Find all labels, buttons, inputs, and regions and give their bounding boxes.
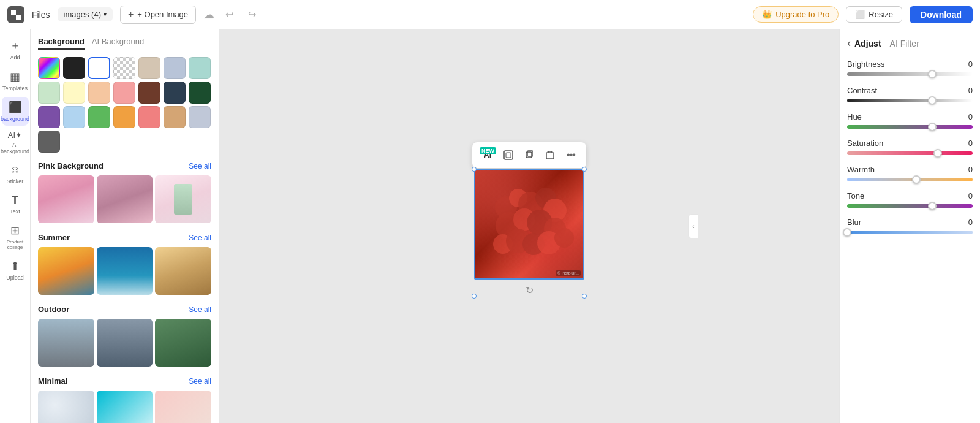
upgrade-button[interactable]: 👑 Upgrade to Pro <box>753 6 839 23</box>
resize-handle-tl[interactable] <box>472 167 477 172</box>
slider-label-tone: Tone <box>847 191 864 200</box>
minimal-thumb-2[interactable] <box>97 391 153 423</box>
sidebar-item-templates[interactable]: ▦ Templates <box>2 66 29 96</box>
resize-icon: ⬜ <box>855 10 865 19</box>
summer-thumb-2[interactable] <box>97 247 153 295</box>
pink-thumb-1[interactable] <box>38 175 94 223</box>
color-swatch-grayblue[interactable] <box>189 106 211 128</box>
color-swatch-salmon[interactable] <box>138 106 160 128</box>
summer-thumb-1[interactable] <box>38 247 94 295</box>
back-button[interactable]: ‹ <box>847 37 851 50</box>
color-swatch-tan[interactable] <box>138 57 160 79</box>
slider-thumb-saturation[interactable] <box>933 149 942 158</box>
canvas-toolbar: AI NEW ••• <box>472 142 586 168</box>
files-label[interactable]: Files <box>32 10 50 20</box>
outdoor-see-all[interactable]: See all <box>189 305 211 314</box>
sidebar-item-text[interactable]: T Text <box>2 190 29 219</box>
color-swatch-rainbow[interactable] <box>38 57 60 79</box>
tab-ai-background[interactable]: AI Background <box>92 37 144 50</box>
ai-tool-button[interactable]: AI NEW <box>478 146 497 164</box>
resize-handle-br[interactable] <box>582 294 587 299</box>
outdoor-thumb-2[interactable] <box>97 319 153 367</box>
summer-see-all[interactable]: See all <box>189 234 211 242</box>
tab-background[interactable]: Background <box>38 37 85 50</box>
color-swatch-gray[interactable] <box>38 131 60 153</box>
color-swatch-lightblue[interactable] <box>63 106 85 128</box>
effects-button[interactable] <box>499 146 518 164</box>
summer-thumb-3[interactable] <box>155 247 211 295</box>
svg-rect-2 <box>504 151 513 159</box>
pink-bg-see-all[interactable]: See all <box>189 162 211 170</box>
slider-track-brightness[interactable] <box>847 72 973 76</box>
undo-button[interactable]: ↩ <box>222 6 237 23</box>
tab-adjust[interactable]: Adjust <box>854 39 881 48</box>
slider-track-contrast[interactable] <box>847 99 973 102</box>
slider-value-brightness: 0 <box>968 59 973 69</box>
sidebar-item-sticker[interactable]: ☺ Sticker <box>2 160 29 189</box>
delete-button[interactable] <box>541 146 559 164</box>
slider-thumb-tone[interactable] <box>928 202 937 210</box>
slider-track-hue[interactable] <box>847 125 973 129</box>
color-swatch-purple[interactable] <box>38 106 60 128</box>
color-swatch-transparent[interactable] <box>113 57 135 79</box>
color-swatch-lightpink[interactable] <box>113 82 135 104</box>
resize-handle-tr[interactable] <box>582 167 587 172</box>
color-swatch-brown[interactable] <box>138 82 160 104</box>
color-swatch-orange[interactable] <box>113 106 135 128</box>
minimal-see-all[interactable]: See all <box>189 377 211 386</box>
collapse-right-panel-button[interactable]: ‹ <box>688 214 698 238</box>
pink-thumb-3[interactable] <box>155 175 211 223</box>
minimal-thumb-3[interactable] <box>155 391 211 423</box>
sidebar-text-label: Text <box>10 208 20 215</box>
slider-track-blur[interactable] <box>847 231 973 234</box>
slider-track-warmth[interactable] <box>847 178 973 181</box>
sidebar-item-background[interactable]: ⬛ background <box>2 97 29 126</box>
duplicate-button[interactable] <box>520 146 538 164</box>
resize-handle-bl[interactable] <box>472 294 477 299</box>
slider-thumb-hue[interactable] <box>928 123 937 131</box>
canvas-area[interactable]: AI NEW ••• <box>219 29 839 423</box>
color-swatch-white[interactable] <box>88 57 110 79</box>
plus-icon: + <box>128 9 134 20</box>
slider-thumb-warmth[interactable] <box>912 175 921 184</box>
tab-ai-filter[interactable]: AI Filter <box>890 39 919 48</box>
color-swatch-darkgreen[interactable] <box>189 82 211 104</box>
color-swatch-lightyellow[interactable] <box>63 82 85 104</box>
color-swatch-peach[interactable] <box>88 82 110 104</box>
collage-icon: ⊞ <box>10 224 20 237</box>
images-tab[interactable]: images (4) ▾ <box>58 7 113 21</box>
slider-thumb-blur[interactable] <box>843 228 851 237</box>
outdoor-thumb-3[interactable] <box>155 319 211 367</box>
pink-thumb-2[interactable] <box>97 175 153 223</box>
slider-value-tone: 0 <box>968 191 973 200</box>
color-swatch-black[interactable] <box>63 57 85 79</box>
open-image-button[interactable]: + + Open Image <box>120 6 196 24</box>
slider-track-saturation[interactable] <box>847 151 973 155</box>
cloud-icon[interactable]: ☁ <box>203 8 214 21</box>
sidebar-item-ai-background[interactable]: AI✦ AI background <box>2 127 29 159</box>
slider-thumb-contrast[interactable] <box>928 96 937 105</box>
color-swatch-green[interactable] <box>88 106 110 128</box>
slider-thumb-brightness[interactable] <box>928 70 937 78</box>
color-swatch-darkblue[interactable] <box>164 82 186 104</box>
color-swatch-bluegray[interactable] <box>164 57 186 79</box>
sidebar-item-product-collage[interactable]: ⊞ Product collage <box>2 220 29 254</box>
resize-button[interactable]: ⬜ Resize <box>846 6 902 23</box>
rotate-handle[interactable]: ↻ <box>474 284 584 296</box>
slider-track-tone[interactable] <box>847 204 973 208</box>
slider-value-warmth: 0 <box>968 165 973 174</box>
redo-button[interactable]: ↪ <box>244 6 260 23</box>
color-swatch-lightgreen[interactable] <box>38 82 60 104</box>
sidebar-item-add[interactable]: ＋ Add <box>2 34 29 65</box>
color-swatch-teal[interactable] <box>189 57 211 79</box>
canvas-image[interactable]: © instblur... <box>474 169 584 280</box>
slider-label-saturation: Saturation <box>847 139 883 148</box>
minimal-thumb-1[interactable] <box>38 391 94 423</box>
outdoor-thumb-1[interactable] <box>38 319 94 367</box>
slider-value-contrast: 0 <box>968 86 973 95</box>
download-button[interactable]: Download <box>910 6 973 23</box>
crown-icon: 👑 <box>762 10 772 19</box>
color-swatch-sandybrown[interactable] <box>164 106 186 128</box>
more-options-button[interactable]: ••• <box>562 146 580 164</box>
sidebar-item-upload[interactable]: ⬆ Upload <box>2 256 29 285</box>
